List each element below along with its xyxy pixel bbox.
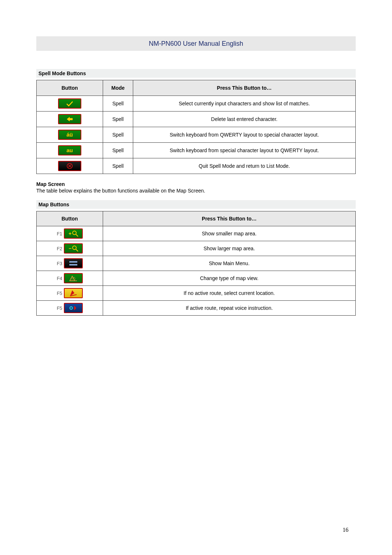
svg-line-6 <box>76 234 78 236</box>
desc-cell: Change type of map view. <box>103 271 356 286</box>
svg-text:+: + <box>69 231 72 236</box>
manual-page: NM-PN600 User Manual English Spell Mode … <box>0 0 392 337</box>
au-plain-icon[interactable]: au <box>58 145 81 155</box>
svg-rect-10 <box>69 261 77 263</box>
map-buttons-heading: Map Buttons <box>36 200 356 209</box>
table-row: F5 If no active route, select current lo… <box>37 286 356 301</box>
zoom-in-icon[interactable]: + <box>64 228 83 239</box>
map-zoom-out-cell: F2 − <box>37 241 103 256</box>
map-view-type-cell: F4 <box>37 271 103 286</box>
spell-back-button-cell <box>37 112 103 127</box>
check-icon[interactable] <box>58 98 81 109</box>
map-zoom-in-cell: F1 + <box>37 226 103 241</box>
location-pin-icon[interactable] <box>64 288 83 298</box>
map-main-menu-cell: F3 <box>37 256 103 271</box>
fkey-label: F5 <box>57 305 62 311</box>
spell-check-button-cell <box>37 96 103 112</box>
table-row: F2 − Show larger map area. <box>37 241 356 256</box>
table-row: au Spell Switch keyboard from special ch… <box>37 143 356 158</box>
svg-rect-11 <box>69 264 77 266</box>
desc-cell: Show Main Menu. <box>103 256 356 271</box>
au-accent-icon[interactable]: áü <box>58 130 81 140</box>
desc-cell: Switch keyboard from special character l… <box>133 143 356 158</box>
map-screen-intro: The table below explains the button func… <box>36 188 356 194</box>
map-screen-heading: Map Screen <box>36 181 356 187</box>
col-mode: Mode <box>103 80 133 96</box>
table-row: F3 Show Main Menu. <box>37 256 356 271</box>
mode-cell: Spell <box>103 158 133 174</box>
table-row: F5 If active route, repeat voice instruc… <box>37 301 356 316</box>
mode-cell: Spell <box>103 143 133 158</box>
desc-cell: Show larger map area. <box>103 241 356 256</box>
mode-cell: Spell <box>103 96 133 112</box>
fkey-label: F4 <box>57 276 62 281</box>
quit-x-icon[interactable] <box>58 161 81 171</box>
fkey-label: F3 <box>57 261 62 266</box>
desc-cell: Switch keyboard from QWERTY layout to sp… <box>133 127 356 143</box>
desc-cell: If active route, repeat voice instructio… <box>103 301 356 316</box>
fkey-label: F5 <box>57 291 62 296</box>
svg-point-5 <box>73 231 76 235</box>
voice-repeat-icon[interactable] <box>64 303 83 313</box>
zoom-out-icon[interactable]: − <box>64 243 83 254</box>
spell-quit-button-cell <box>37 158 103 174</box>
page-number: 16 <box>343 527 348 533</box>
fkey-label: F2 <box>57 246 62 251</box>
map-repeat-voice-cell: F5 <box>37 301 103 316</box>
table-row: Spell Quit Spell Mode and return to List… <box>37 158 356 174</box>
desc-cell: Show smaller map area. <box>103 226 356 241</box>
svg-text:−: − <box>69 246 72 251</box>
desc-cell: If no active route, select current locat… <box>103 286 356 301</box>
spell-special-chars-button-cell: áü <box>37 127 103 143</box>
table-row: áü Spell Switch keyboard from QWERTY lay… <box>37 127 356 143</box>
svg-point-8 <box>73 246 76 250</box>
page-header: NM-PN600 User Manual English <box>36 36 356 51</box>
map-select-location-cell: F5 <box>37 286 103 301</box>
col-button: Button <box>37 211 103 226</box>
table-row: F4 Change type of map view. <box>37 271 356 286</box>
svg-line-9 <box>76 249 78 251</box>
svg-marker-12 <box>70 276 75 281</box>
col-press: Press This Button to… <box>133 80 356 96</box>
fkey-label: F1 <box>57 231 62 236</box>
table-row: Spell Delete last entered character. <box>37 112 356 127</box>
col-press: Press This Button to… <box>103 211 356 226</box>
desc-cell: Select currently input characters and sh… <box>133 96 356 112</box>
table-row: F1 + Show smaller map area. <box>37 226 356 241</box>
svg-point-19 <box>70 307 72 309</box>
col-button: Button <box>37 80 103 96</box>
mode-cell: Spell <box>103 112 133 127</box>
map-buttons-table: Button Press This Button to… F1 + <box>36 211 356 316</box>
map-view-icon[interactable] <box>64 273 83 283</box>
spell-buttons-table: Button Mode Press This Button to… Spell … <box>36 80 356 174</box>
desc-cell: Quit Spell Mode and return to List Mode. <box>133 158 356 174</box>
mode-cell: Spell <box>103 127 133 143</box>
spell-buttons-heading: Spell Mode Buttons <box>36 69 356 78</box>
desc-cell: Delete last entered character. <box>133 112 356 127</box>
spell-qwerty-button-cell: au <box>37 143 103 158</box>
table-header-row: Button Press This Button to… <box>37 211 356 226</box>
main-menu-icon[interactable] <box>64 258 83 268</box>
svg-marker-0 <box>67 117 73 122</box>
table-row: Spell Select currently input characters … <box>37 96 356 112</box>
table-header-row: Button Mode Press This Button to… <box>37 80 356 96</box>
back-arrow-icon[interactable] <box>58 114 81 124</box>
